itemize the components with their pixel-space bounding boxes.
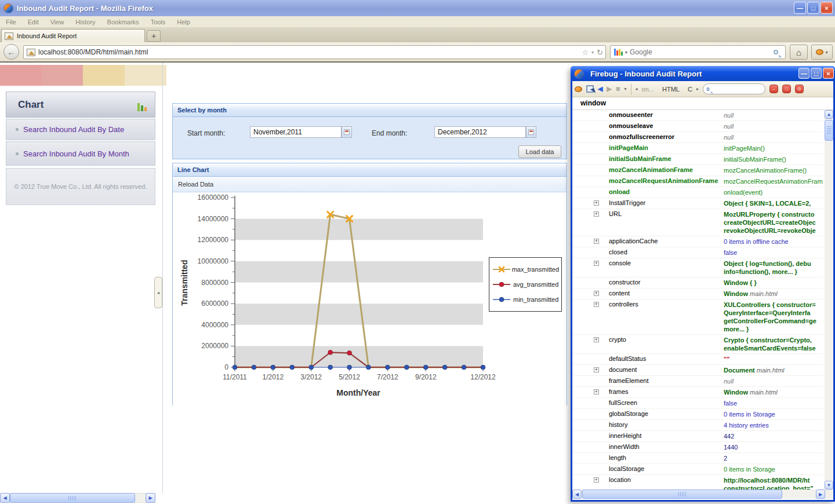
firebug-detach-icon[interactable]: □ (782, 85, 791, 93)
history-back-icon[interactable]: ◀ (598, 85, 602, 93)
firebug-tab-c[interactable]: C (688, 86, 692, 93)
expander-icon[interactable]: + (594, 477, 599, 483)
start-month-calendar-trigger[interactable] (342, 126, 352, 138)
search-bar[interactable]: ▾ (610, 45, 786, 59)
menu-edit[interactable]: Edit (28, 19, 39, 25)
scroll-right-button[interactable]: ▶ (816, 490, 825, 499)
property-name[interactable]: crypto (609, 336, 626, 343)
menu-history[interactable]: History (75, 19, 95, 25)
firebug-search-box[interactable] (703, 83, 765, 94)
property-name[interactable]: onmouseenter (609, 111, 653, 118)
expander-icon[interactable]: + (594, 200, 599, 206)
firebug-minimize-panel-icon[interactable]: – (769, 85, 778, 93)
tab-inbound-audit-report[interactable]: Inbound Audit Report (1, 29, 145, 42)
firebug-dropdown-icon[interactable]: ▾ (825, 50, 827, 55)
start-month-input[interactable] (250, 126, 342, 138)
menu-help[interactable]: Help (177, 19, 190, 25)
property-name[interactable]: closed (609, 249, 627, 255)
property-name[interactable]: length (609, 454, 626, 461)
expander-icon[interactable]: + (594, 389, 599, 395)
back-button[interactable]: ← (3, 44, 19, 60)
panel-options-dropdown-icon[interactable]: ▾ (625, 86, 627, 92)
property-name[interactable]: initPageMain (609, 144, 648, 151)
history-forward-icon[interactable]: ▶ (607, 85, 611, 93)
property-name[interactable]: constructor (609, 279, 640, 286)
property-name[interactable]: mozCancelAnimationFrame (609, 166, 693, 173)
scroll-up-button[interactable]: ▲ (825, 110, 833, 119)
url-input[interactable] (38, 48, 579, 56)
firebug-tab-on[interactable]: on... (642, 86, 654, 93)
property-name[interactable]: innerHeight (609, 432, 641, 439)
firebug-maximize-button[interactable]: □ (811, 68, 822, 79)
firebug-toolbar-button[interactable]: ▾ (811, 45, 833, 60)
end-month-calendar-trigger[interactable] (526, 126, 536, 138)
property-name[interactable]: localStorage (609, 465, 644, 472)
content-horizontal-scrollbar[interactable]: ◀ ▶ (0, 493, 155, 503)
dom-breadcrumb[interactable]: window (572, 97, 833, 110)
property-name[interactable]: frameElement (609, 377, 648, 384)
menu-file[interactable]: File (6, 19, 16, 25)
scroll-down-button[interactable]: ▼ (825, 481, 833, 490)
firebug-minimize-button[interactable]: — (798, 68, 809, 79)
expander-icon[interactable]: + (594, 337, 599, 342)
property-name[interactable]: applicationCache (609, 238, 658, 244)
expander-icon[interactable]: + (594, 239, 599, 244)
property-name[interactable]: history (609, 421, 627, 428)
property-name[interactable]: document (609, 366, 637, 373)
search-input[interactable] (630, 48, 771, 56)
url-dropdown-icon[interactable]: ▾ (591, 50, 594, 55)
firebug-search-input[interactable] (716, 86, 762, 93)
expander-icon[interactable]: + (594, 261, 599, 266)
search-magnifier-icon[interactable] (774, 50, 778, 54)
minimize-button[interactable]: — (794, 2, 806, 14)
close-button[interactable]: × (821, 2, 833, 14)
scrollbar-thumb[interactable] (582, 490, 782, 499)
firebug-menu-icon[interactable] (575, 86, 582, 92)
menu-tools[interactable]: Tools (151, 19, 166, 25)
scroll-left-button[interactable]: ◀ (572, 490, 582, 499)
property-name[interactable]: onload (609, 188, 630, 195)
reload-icon[interactable]: ↻ (597, 48, 603, 57)
property-name[interactable]: onmouseleave (609, 122, 653, 129)
load-data-button[interactable]: Load data (518, 145, 561, 158)
scrollbar-thumb[interactable] (825, 120, 833, 141)
property-name[interactable]: content (609, 290, 630, 297)
property-name[interactable]: frames (609, 388, 629, 395)
property-name[interactable]: location (609, 476, 631, 483)
expander-icon[interactable]: + (594, 291, 599, 296)
property-name[interactable]: globalStorage (609, 410, 648, 417)
maximize-button[interactable]: □ (807, 2, 819, 14)
bookmark-star-icon[interactable]: ☆ (582, 48, 589, 57)
expander-icon[interactable]: + (594, 367, 599, 372)
dom-horizontal-scrollbar[interactable]: ◀ ▶ (572, 490, 833, 499)
property-name[interactable]: defaultStatus (609, 355, 646, 362)
property-name[interactable]: onmozfullscreenerror (609, 133, 674, 140)
property-name[interactable]: mozCancelRequestAnimationFrame (609, 177, 718, 184)
panel-list-icon[interactable]: ≡ (616, 85, 620, 93)
scrollbar-thumb[interactable] (10, 493, 135, 503)
sidebar-item-search-by-month[interactable]: Search Inbound Audit By Month (6, 141, 155, 166)
menu-view[interactable]: View (50, 19, 64, 25)
scroll-right-button[interactable]: ▶ (146, 493, 155, 503)
reload-data-button[interactable]: Reload Data (173, 177, 567, 192)
expander-icon[interactable]: + (594, 211, 599, 217)
property-name[interactable]: console (609, 260, 631, 266)
menu-bookmarks[interactable]: Bookmarks (107, 19, 139, 25)
firebug-close-button[interactable]: × (823, 68, 834, 79)
tabs-overflow-left-icon[interactable]: ◂ (636, 86, 638, 92)
scroll-left-button[interactable]: ◀ (0, 493, 10, 503)
home-button[interactable]: ⌂ (790, 45, 808, 60)
firebug-tab-html[interactable]: HTML (662, 86, 680, 93)
end-month-input[interactable] (434, 126, 526, 138)
dom-vertical-scrollbar[interactable]: ▲ ▼ (825, 110, 833, 490)
property-name[interactable]: initialSubMainFrame (609, 155, 671, 162)
property-name[interactable]: innerWidth (609, 443, 640, 450)
url-bar[interactable]: ☆ ▾ ↻ (23, 45, 606, 59)
inspect-element-icon[interactable] (586, 85, 594, 93)
firebug-deactivate-icon[interactable]: ⊙ (795, 85, 804, 93)
sidebar-item-search-by-date[interactable]: Search Inbound Audit By Date (6, 119, 155, 140)
search-engine-dropdown-icon[interactable]: ▾ (625, 50, 627, 55)
property-name[interactable]: InstallTrigger (609, 199, 645, 206)
property-name[interactable]: URL (609, 210, 622, 217)
property-name[interactable]: controllers (609, 301, 638, 308)
